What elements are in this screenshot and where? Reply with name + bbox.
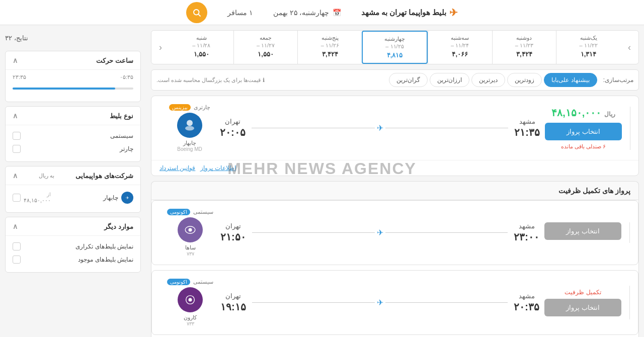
day-name: سه‌شنبه <box>430 35 490 41</box>
airline-option-0: ✈ چابهار از ۴۸,۱۵۰,۰۰۰ <box>13 189 133 206</box>
price-section: انتخاب پرواز <box>544 222 630 243</box>
refund-policy-link[interactable]: قوانین استرداد <box>159 164 195 172</box>
select-flight-button[interactable]: انتخاب پرواز <box>545 123 622 140</box>
day-price: ۳,۴۲۴ <box>495 50 554 58</box>
day-name: یک‌شنبه <box>558 35 618 41</box>
search-button[interactable] <box>186 2 207 23</box>
airline-logo <box>178 217 203 242</box>
flight-cards: ریال ۴۸,۱۵۰,۰۰۰ انتخاب پرواز ۶ صندلی باق… <box>151 96 639 176</box>
main-layout: › یک‌شنبه ۱۱/۲۲ – ۱,۳۱۴ دوشنبه ۱۱/۲۳ – ۳… <box>0 25 644 337</box>
filter-other-body: نمایش بلیط‌های تکراری نمایش بلیط‌های موج… <box>6 235 140 272</box>
day-date: ۱۱/۲۲ – <box>558 42 618 49</box>
aircraft-type: ۷۳۳ <box>160 321 220 326</box>
flight-card-f2: انتخاب پرواز مشهد ۲۳:۰۰ ✈ تهران ۲۱:۵ <box>151 200 638 265</box>
flight-card-f3: تکمیل ظرفیت انتخاب پرواز مشهد ۲۰:۳۵ ✈ ته <box>151 270 638 335</box>
sort-btn-2[interactable]: دیرترین <box>471 73 505 87</box>
chevron-up-icon-4: ∧ <box>13 222 18 230</box>
day-date: ۱۱/۲۵ – <box>365 43 425 50</box>
day-date: ۱۱/۲۶ – <box>300 42 360 49</box>
day-price: ۱,۳۱۴ <box>558 50 618 58</box>
flight-card-main: تکمیل ظرفیت انتخاب پرواز مشهد ۲۰:۳۵ ✈ ته <box>152 271 638 334</box>
day-date: ۱۱/۲۳ – <box>495 42 554 49</box>
sort-btn-3[interactable]: ارزان‌ترین <box>430 73 469 87</box>
day-date: ۱۱/۲۷ – <box>236 42 296 49</box>
price-note-text: قیمت‌ها برای یک بزرگسال محاسبه شده است. <box>156 77 261 83</box>
sort-label: مرتب‌سازی: <box>603 76 633 83</box>
date-item-1[interactable]: دوشنبه ۱۱/۲۳ – ۳,۴۲۴ <box>492 31 556 64</box>
header-date: 📅 چهارشنبه، ۲۵ بهمن <box>273 9 341 17</box>
flight-meta: سیستمی اکونومی کارون ۷۳۳ <box>160 279 220 326</box>
filter-airlines-header[interactable]: شرکت‌های هواپیمایی به ریال ∧ <box>6 166 140 185</box>
flight-info-link[interactable]: اطلاعات پرواز <box>200 164 235 172</box>
currency: ریال <box>604 111 615 118</box>
full-section-title: پرواز های تکمیل ظرفیت <box>558 187 630 195</box>
sort-btn-0[interactable]: بیشنهاد علی‌بابا <box>544 73 597 87</box>
ticket-type-label: چارتر <box>120 145 133 152</box>
filter-ticket-title: نوع بلیط <box>110 112 133 120</box>
sort-buttons: بیشنهاد علی‌بابازودتریندیرترینارزان‌ترین… <box>389 73 597 87</box>
filter-departure-time-header[interactable]: ساعت حرکت ∧ <box>6 51 140 69</box>
date-label: چهارشنبه، ۲۵ بهمن <box>273 9 330 17</box>
airline-price: ۴۸,۱۵۰,۰۰۰ <box>24 197 51 204</box>
results-count: نتایج، ۳۲ <box>5 30 141 46</box>
plane-icon: ✈ <box>449 7 458 19</box>
tag-class: بیزینس <box>169 104 191 111</box>
flight-card-main: انتخاب پرواز مشهد ۲۳:۰۰ ✈ تهران ۲۱:۵ <box>152 201 638 265</box>
date-item-5[interactable]: جمعه ۱۱/۲۷ – ۱,۵۵۰ <box>233 31 298 64</box>
route-title: بلیط هواپیما تهران به مشهد <box>361 8 447 17</box>
select-flight-button[interactable]: انتخاب پرواز <box>544 222 621 240</box>
sort-btn-4[interactable]: گران‌ترین <box>389 73 428 87</box>
date-nav-next[interactable]: ‹ <box>151 32 170 62</box>
other-checkbox[interactable] <box>13 256 21 264</box>
flight-tags: سیستمی اکونومی <box>160 279 220 285</box>
filter-airlines: شرکت‌های هواپیمایی به ریال ∧ ✈ چابهار از… <box>5 166 141 213</box>
flight-line: ✈ <box>252 298 508 307</box>
filter-airlines-body: ✈ چابهار از ۴۸,۱۵۰,۰۰۰ <box>6 185 140 212</box>
flight-info: مشهد ۲۱:۳۵ ✈ تهران ۲۰:۰۵ چارتر <box>159 104 540 152</box>
ticket-type-label: سیستمی <box>110 132 133 139</box>
date-item-6[interactable]: شنبه ۱۱/۲۸ – ۱,۵۵۰ <box>170 31 233 64</box>
airline-checkbox[interactable] <box>13 194 21 202</box>
other-checkbox[interactable] <box>13 242 21 250</box>
time-range: ۰۵:۳۵ ۲۳:۳۵ <box>13 74 133 80</box>
ticket-type-checkbox[interactable] <box>13 145 21 153</box>
day-price: ۴,۸۱۵ <box>365 51 425 59</box>
sidebar: نتایج، ۳۲ ساعت حرکت ∧ ۰۵:۳۵ ۲۳:۳۵ نو <box>0 25 146 337</box>
range-slider[interactable] <box>13 83 133 94</box>
date-item-4[interactable]: پنج‌شنبه ۱۱/۲۶ – ۳,۴۲۴ <box>297 31 362 64</box>
date-item-2[interactable]: سه‌شنبه ۱۱/۲۴ – ۴,۰۶۶ <box>428 31 492 64</box>
date-item-3[interactable]: چهارشنبه ۱۱/۲۵ – ۴,۸۱۵ <box>362 31 428 64</box>
date-item-0[interactable]: یک‌شنبه ۱۱/۲۲ – ۱,۳۱۴ <box>556 31 620 64</box>
day-date: ۱۱/۲۸ – <box>172 42 231 49</box>
svg-point-7 <box>189 298 192 302</box>
chevron-up-icon-3: ∧ <box>13 172 18 180</box>
flight-info: مشهد ۲۳:۰۰ ✈ تهران ۲۱:۵۰ سیستم <box>160 209 539 257</box>
select-flight-button[interactable]: انتخاب پرواز <box>544 299 621 316</box>
origin-city: تهران ۱۹:۱۵ <box>220 292 246 313</box>
airline-info: ✈ چابهار <box>103 192 133 204</box>
airline-mini-name: چابهار <box>103 194 118 201</box>
header: ✈ بلیط هواپیما تهران به مشهد 📅 چهارشنبه،… <box>0 0 644 25</box>
ticket-type-checkbox[interactable] <box>13 132 21 140</box>
flight-tags: چارتری بیزینس <box>159 104 220 111</box>
sort-btn-1[interactable]: زودترین <box>507 73 542 87</box>
tag-class: اکونومی <box>167 279 190 285</box>
flight-meta: سیستمی اکونومی ساها ۷۳۷ <box>160 209 220 257</box>
date-nav: › یک‌شنبه ۱۱/۲۲ – ۱,۳۱۴ دوشنبه ۱۱/۲۳ – ۳… <box>151 30 639 64</box>
origin-city: تهران ۲۱:۵۰ <box>220 222 246 243</box>
dest-city: مشهد ۲۰:۳۵ <box>514 292 539 313</box>
day-price: ۳,۴۲۴ <box>300 50 360 58</box>
day-name: پنج‌شنبه <box>300 35 360 41</box>
filter-other-header[interactable]: موارد دیگر ∧ <box>6 217 140 235</box>
other-label: نمایش بلیط‌های موجود <box>78 256 133 263</box>
sort-bar: مرتب‌سازی: بیشنهاد علی‌بابازودتریندیرتری… <box>151 69 639 91</box>
filter-ticket-type: نوع بلیط ∧ سیستمی چارتر <box>5 106 141 162</box>
flight-tags: سیستمی اکونومی <box>160 209 220 215</box>
full-flight-cards: انتخاب پرواز مشهد ۲۳:۰۰ ✈ تهران ۲۱:۵ <box>151 200 638 335</box>
filter-other-title: موارد دیگر <box>104 223 133 230</box>
flight-line: ✈ <box>252 228 508 237</box>
tag-type: چارتری <box>194 104 210 111</box>
filter-airlines-title: شرکت‌های هواپیمایی <box>75 172 133 180</box>
filter-ticket-type-header[interactable]: نوع بلیط ∧ <box>6 107 140 125</box>
date-nav-prev[interactable]: › <box>620 32 638 62</box>
